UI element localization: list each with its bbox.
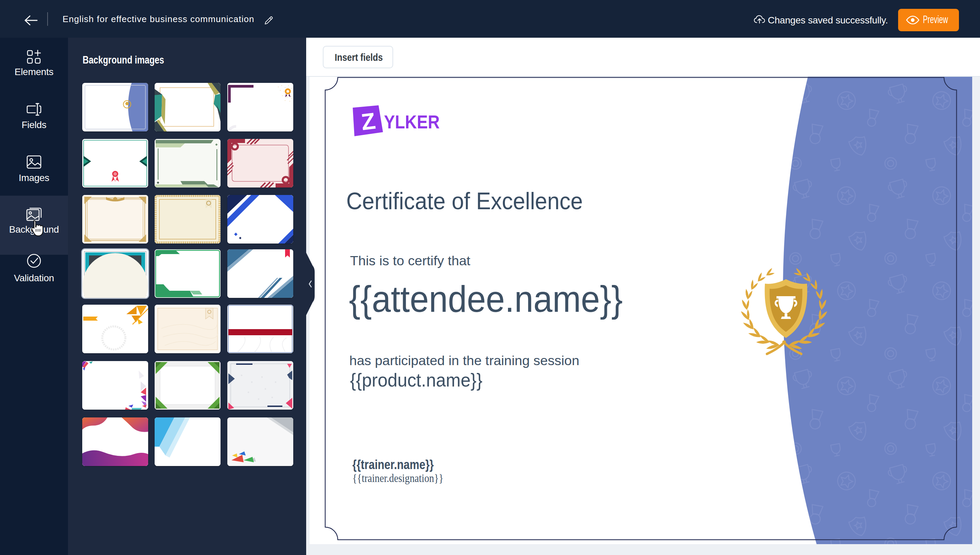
svg-text:YLKER: YLKER xyxy=(384,111,440,133)
